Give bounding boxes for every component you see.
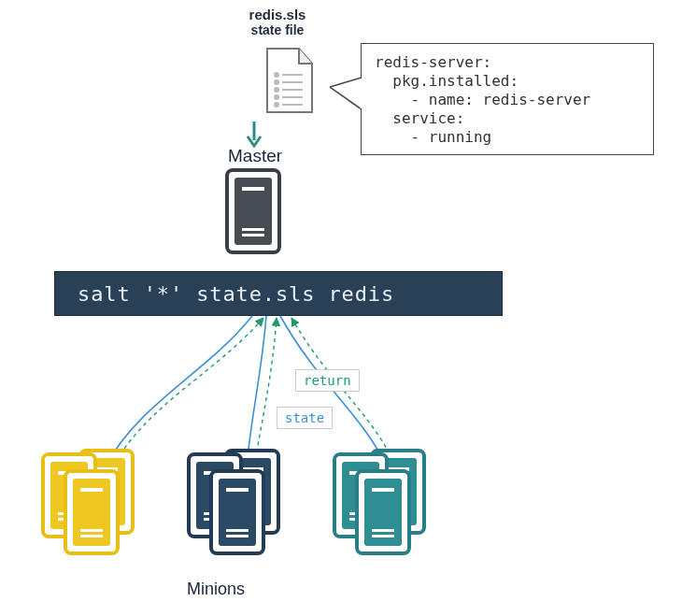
code-callout-bubble: redis-server: pkg.installed: - name: red…: [361, 43, 654, 155]
minion-cluster-navy: [187, 449, 299, 561]
master-label: Master: [228, 146, 282, 166]
svg-rect-45: [226, 488, 249, 492]
svg-rect-32: [80, 535, 103, 537]
return-tag: return: [295, 369, 360, 392]
svg-point-4: [275, 88, 278, 92]
state-file-name: redis.sls: [231, 7, 324, 23]
master-server-icon: [225, 168, 281, 254]
svg-rect-60: [372, 488, 394, 492]
state-file-caption: redis.sls state file: [231, 7, 324, 37]
salt-command-bar: salt '*' state.sls redis: [54, 271, 503, 316]
document-icon: [262, 47, 318, 116]
minions-label: Minions: [187, 580, 245, 599]
svg-rect-30: [80, 488, 103, 492]
state-tag: state: [277, 407, 333, 429]
svg-rect-11: [361, 79, 362, 108]
svg-point-6: [275, 95, 278, 99]
svg-point-0: [275, 73, 278, 77]
svg-rect-17: [242, 234, 264, 236]
svg-point-2: [275, 80, 278, 84]
minion-cluster-yellow: [41, 449, 153, 561]
sls-code-snippet: redis-server: pkg.installed: - name: red…: [375, 53, 640, 147]
svg-marker-10: [330, 78, 362, 109]
svg-rect-62: [372, 535, 394, 537]
svg-rect-31: [80, 529, 103, 532]
salt-command-text: salt '*' state.sls redis: [78, 282, 394, 306]
svg-rect-16: [242, 228, 264, 231]
minion-cluster-teal: [333, 449, 445, 561]
svg-rect-15: [242, 187, 264, 191]
state-file-subtitle: state file: [231, 23, 324, 37]
svg-rect-61: [372, 529, 394, 532]
diagram-root: redis.sls state file redis-server: pkg.i…: [0, 0, 682, 616]
svg-point-8: [275, 103, 278, 107]
svg-rect-47: [226, 535, 249, 537]
svg-rect-46: [226, 529, 249, 532]
